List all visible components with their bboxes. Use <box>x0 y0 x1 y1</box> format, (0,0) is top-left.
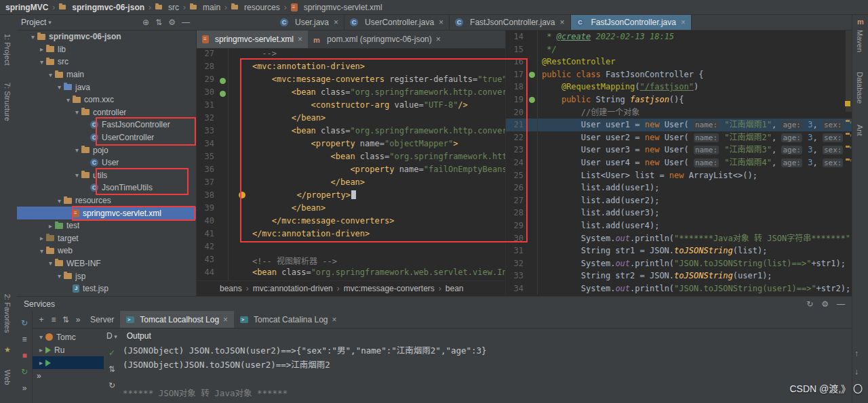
services-tab-tomcat-catalina-log[interactable]: Tomcat Catalina Log× <box>234 311 342 328</box>
code-line-32[interactable]: 32 </bean> <box>197 113 505 126</box>
gutter[interactable] <box>217 242 229 255</box>
code-line-36[interactable]: 36 <property name="failOnEmptyBeans" va <box>197 165 505 177</box>
gutter[interactable] <box>217 75 229 87</box>
close-icon[interactable]: × <box>560 18 565 27</box>
services-tree-item-running[interactable]: ▸ <box>33 356 104 369</box>
line-number[interactable]: 32 <box>506 257 526 270</box>
services-tab-tomcat-localhost-log[interactable]: Tomcat Localhost Log× <box>120 311 234 328</box>
code-line-25[interactable]: 25 List<User> list = new ArrayList<>(); <box>506 169 852 182</box>
gutter[interactable] <box>526 257 538 270</box>
chevron-down-icon[interactable]: ▾ <box>37 58 46 66</box>
chevron-down-icon[interactable]: ▾ <box>55 197 64 205</box>
code-line-29[interactable]: 29 list.add(user4); <box>506 219 852 232</box>
line-number[interactable]: 14 <box>506 30 526 43</box>
gutter[interactable] <box>526 144 538 156</box>
code-line-27[interactable]: 27 --> <box>197 49 505 62</box>
code-line-19[interactable]: 19 public String fastjson(){ <box>506 93 852 106</box>
scrollbar-thumb[interactable] <box>846 30 852 112</box>
line-number[interactable]: 33 <box>506 270 526 282</box>
line-number[interactable]: 39 <box>197 203 217 216</box>
code-line-44[interactable]: 44 <bean class="org.springframework.web.… <box>197 268 505 280</box>
gutter[interactable] <box>217 165 229 177</box>
tree-item-test-jsp[interactable]: test.jsp <box>17 282 196 295</box>
code-line-15[interactable]: 15 */ <box>506 43 852 56</box>
collapse-all-icon[interactable]: ⇅ <box>155 18 162 27</box>
gutter[interactable] <box>217 139 229 152</box>
gutter[interactable] <box>526 207 538 219</box>
line-number[interactable]: 21 <box>506 119 526 131</box>
line-number[interactable]: 36 <box>197 165 217 177</box>
close-icon[interactable]: × <box>436 35 441 44</box>
add-service-icon[interactable]: + <box>35 315 47 324</box>
tree-item-usercontroller[interactable]: UserController <box>17 131 196 144</box>
breadcrumb-item-springmvc-servlet-xml[interactable]: springmvc-servlet.xml <box>291 3 382 12</box>
xml-code-area[interactable]: 27 -->28 <mvc:annotation-driven>29 <mvc:… <box>197 49 505 281</box>
chevron-down-icon[interactable]: ▾ <box>64 96 73 104</box>
chevron-down-icon[interactable]: ▾ <box>55 83 64 91</box>
line-number[interactable]: 17 <box>506 68 526 81</box>
chevron-down-icon[interactable]: ▾ <box>55 272 64 280</box>
gutter[interactable] <box>217 190 229 203</box>
code-line-31[interactable]: 31 String str1 = JSON.toJSONString(list)… <box>506 245 852 257</box>
tree-item-lib[interactable]: ▸lib <box>17 43 196 56</box>
file-tab-usercontroller-java[interactable]: UserController.java× <box>344 15 450 30</box>
code-line-31[interactable]: 31 <constructor-arg value="UTF-8"/> <box>197 100 505 113</box>
xml-breadcrumb-bean[interactable]: bean <box>446 284 464 293</box>
gutter[interactable] <box>526 270 538 282</box>
gutter[interactable] <box>526 245 538 257</box>
deployment-dropdown[interactable]: D <box>106 331 117 341</box>
line-number[interactable]: 41 <box>197 229 217 242</box>
close-icon[interactable]: × <box>439 18 443 27</box>
chevron-right-icon[interactable]: ▸ <box>46 222 55 230</box>
project-panel-title[interactable]: Project <box>21 18 46 27</box>
soft-wrap-icon[interactable]: ↻ <box>104 377 120 394</box>
breadcrumb-item-main[interactable]: main <box>190 3 220 12</box>
code-line-22[interactable]: 22 User user2 = new User( name: "江南烟雨2",… <box>506 131 852 144</box>
line-number[interactable]: 29 <box>506 219 526 232</box>
gutter[interactable] <box>217 177 229 190</box>
gutter[interactable] <box>526 156 538 169</box>
line-number[interactable]: 35 <box>197 152 217 165</box>
settings-gear-icon[interactable]: ⚙ <box>168 18 176 27</box>
gutter[interactable] <box>217 49 229 62</box>
line-number[interactable]: 18 <box>506 81 526 93</box>
tree-item-target[interactable]: ▸target <box>17 232 196 245</box>
code-line-26[interactable]: 26 list.add(user1); <box>506 182 852 194</box>
tool-button-web[interactable]: Web <box>3 370 12 385</box>
java-code-area[interactable]: 14 * @create 2022-02-13 18:1515 */16@Res… <box>506 30 852 295</box>
file-tab-fastjsoncontroller-java[interactable]: FastJsonController.java× <box>571 15 692 30</box>
code-line-38[interactable]: 38 </property> <box>197 190 505 203</box>
scroll-down-button[interactable]: ↓ <box>852 367 861 377</box>
settings-gear-icon[interactable]: ⚙ <box>821 299 829 309</box>
filter-icon[interactable]: ≡ <box>17 331 32 347</box>
chevron-down-icon[interactable]: ▾ <box>73 108 81 116</box>
line-number[interactable]: 16 <box>506 56 526 68</box>
line-number[interactable]: 43 <box>197 255 217 268</box>
xml-breadcrumb-beans[interactable]: beans <box>220 284 242 293</box>
gutter[interactable] <box>217 113 229 126</box>
code-line-39[interactable]: 39 </bean> <box>197 203 505 216</box>
line-number[interactable]: 30 <box>506 232 526 245</box>
tool-button-ant[interactable]: Ant <box>856 125 864 136</box>
gutter[interactable] <box>526 232 538 245</box>
chevron-down-icon[interactable]: ▾ <box>46 71 55 79</box>
more-icon[interactable]: » <box>72 315 84 324</box>
xml-breadcrumb-mvc-annotation-driven[interactable]: mvc:annotation-driven <box>253 284 333 293</box>
gutter[interactable] <box>217 268 229 280</box>
gutter[interactable] <box>526 93 538 106</box>
tree-item-com-xxc[interactable]: ▾com.xxc <box>17 93 196 106</box>
close-icon[interactable]: × <box>334 18 338 27</box>
rerun-button[interactable]: ↻ <box>17 364 32 380</box>
editor-tab-springmvc-servlet-xml[interactable]: springmvc-servlet.xml× <box>197 30 308 48</box>
tool-button-database[interactable]: Database <box>856 72 864 104</box>
file-tab-user-java[interactable]: User.java× <box>275 15 344 30</box>
file-tab-fastjsoncontroller-java[interactable]: FastJsonController.java× <box>450 15 570 30</box>
gutter[interactable] <box>526 182 538 194</box>
gutter[interactable] <box>217 203 229 216</box>
line-number[interactable]: 25 <box>506 169 526 182</box>
code-line-16[interactable]: 16@RestController <box>506 56 852 68</box>
gutter[interactable] <box>217 87 229 100</box>
close-icon[interactable]: × <box>681 18 686 27</box>
close-icon[interactable]: × <box>223 315 228 324</box>
line-number[interactable]: 44 <box>197 268 217 280</box>
